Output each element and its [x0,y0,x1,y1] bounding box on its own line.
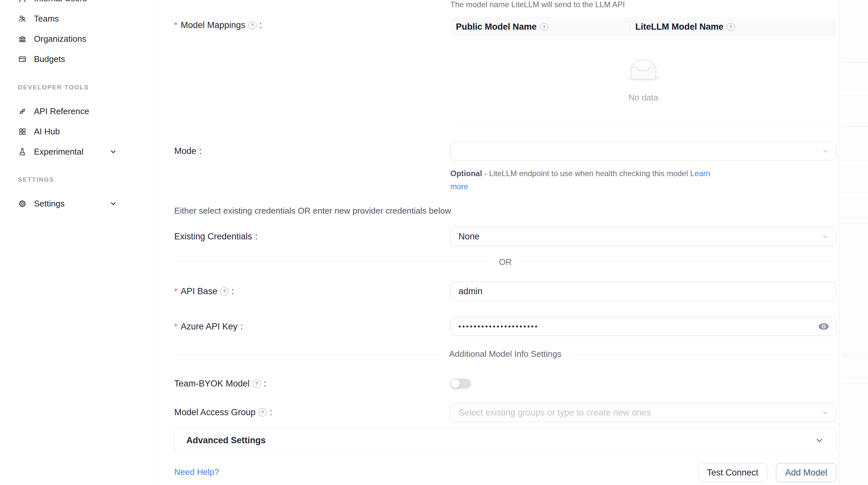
sidebar-item-organizations[interactable]: Organizations [0,29,159,49]
column-header-public-model-name: Public Model Name ? [450,22,629,32]
table-bottom-divider [450,126,836,127]
model-access-group-select[interactable] [450,403,836,422]
sidebar-item-label: Teams [34,14,59,24]
api-base-label: * API Base ? : [174,286,234,296]
sidebar-item-label: Internal Users [34,0,87,4]
gear-icon [18,199,27,208]
azure-api-key-input[interactable] [459,322,828,331]
api-base-field-wrap [450,282,836,301]
background-table-edge [839,0,868,485]
need-help-link[interactable]: Need Help? [174,467,219,477]
model-access-group-label: Model Access Group ? : [174,408,272,417]
model-mappings-table-header: Public Model Name ? LiteLLM Model Name ? [450,17,836,36]
azure-api-key-field-wrap [450,317,836,336]
mode-label: Mode : [174,146,202,156]
team-byok-label: Team-BYOK Model ? : [174,379,266,388]
flask-icon [18,148,27,156]
sidebar-item-label: AI Hub [34,127,60,137]
help-question-icon[interactable]: ? [253,380,261,388]
empty-box-icon [626,60,661,82]
sidebar-item-label: Organizations [34,34,86,44]
advanced-settings-panel[interactable]: Advanced Settings [174,427,836,453]
user-icon [18,0,27,3]
model-mappings-label: * Model Mappings ? : [174,20,262,30]
sidebar-section-developer-tools: DEVELOPER TOOLS [18,84,89,91]
sidebar-item-budgets[interactable]: Budgets [0,49,159,69]
help-question-icon[interactable]: ? [248,21,256,29]
eye-icon[interactable] [817,320,830,333]
team-icon [18,14,27,23]
additional-model-info-divider: Additional Model Info Settings [174,349,836,359]
sidebar-item-ai-hub[interactable]: AI Hub [0,121,159,141]
chevron-down-icon [821,232,830,241]
required-asterisk: * [174,20,178,30]
chevron-down-icon [821,408,830,417]
existing-credentials-label: Existing Credentials : [174,232,257,241]
sidebar-item-label: Experimental [34,147,84,157]
sidebar: Internal Users Teams Organizations Budge… [0,0,159,485]
api-base-input[interactable] [459,286,828,296]
litellm-model-name-help-text: The model name LiteLLM will send to the … [450,0,625,9]
model-access-group-input[interactable] [459,408,828,418]
api-plug-icon [18,107,27,116]
chevron-down-icon[interactable] [109,199,118,208]
sidebar-item-api-reference[interactable]: API Reference [0,101,159,121]
column-header-litellm-model-name: LiteLLM Model Name ? [630,22,735,32]
sidebar-item-label: Settings [34,199,65,209]
sidebar-section-settings: SETTINGS [18,176,54,183]
add-model-button[interactable]: Add Model [776,463,836,482]
mode-hint: Optional - LiteLLM endpoint to use when … [450,167,754,193]
learn-more-link[interactable]: Learn [690,169,710,178]
help-question-icon[interactable]: ? [540,23,548,31]
credentials-note: Either select existing credentials OR en… [174,206,451,216]
bank-icon [18,35,27,43]
required-asterisk: * [174,322,178,331]
no-data-text: No data [450,93,836,103]
or-divider: OR [174,257,836,267]
sidebar-item-internal-users[interactable]: Internal Users [0,0,159,8]
sidebar-item-teams[interactable]: Teams [0,8,159,29]
required-asterisk: * [174,286,178,296]
help-question-icon[interactable]: ? [220,287,228,295]
chevron-down-icon [814,435,824,445]
sidebar-item-experimental[interactable]: Experimental [0,141,159,162]
empty-state [450,60,836,83]
test-connect-button[interactable]: Test Connect [698,463,767,482]
grid-icon [18,127,27,136]
credit-card-icon [18,55,27,64]
help-question-icon[interactable]: ? [727,23,735,31]
toggle-knob [451,379,460,388]
sidebar-item-label: API Reference [34,106,89,117]
team-byok-toggle[interactable] [450,379,471,389]
azure-api-key-label: * Azure API Key : [174,322,243,331]
mode-select[interactable] [450,141,836,160]
sidebar-item-label: Budgets [34,54,65,64]
sidebar-item-settings[interactable]: Settings [0,193,159,214]
help-question-icon[interactable]: ? [258,408,267,417]
advanced-settings-title: Advanced Settings [186,435,266,446]
chevron-down-icon[interactable] [109,148,118,156]
learn-more-link[interactable]: more [450,182,468,191]
existing-credentials-select[interactable]: None [450,227,836,246]
chevron-down-icon [821,147,830,155]
